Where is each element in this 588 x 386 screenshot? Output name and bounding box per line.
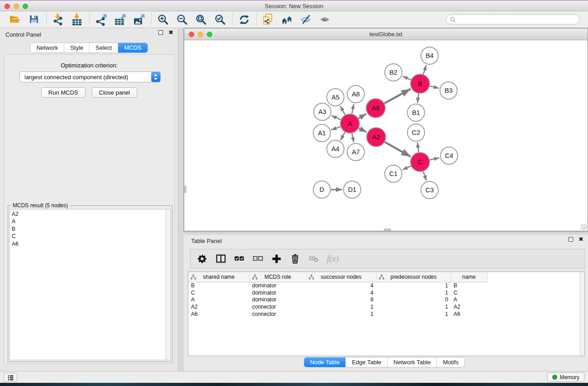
graph-edge-C-C3[interactable] [423,172,426,181]
table-cell[interactable]: A [188,296,249,304]
table-cell[interactable]: dominator [249,289,306,296]
table-cell[interactable]: A2 [188,303,249,310]
graph-edge-A6-B[interactable] [384,89,411,104]
table-cell[interactable]: 0 [376,296,451,304]
column-header-MCDS-role[interactable]: MCDS role [249,272,306,282]
table-cell[interactable]: 1 [376,282,451,289]
graph-node-C2[interactable]: C2 [407,124,425,141]
graph-node-A8[interactable]: A8 [347,86,364,103]
duplicate-network-button[interactable] [262,13,275,26]
graph-node-A6[interactable]: A6 [366,99,385,118]
graph-edge-A-A4[interactable] [340,132,345,140]
table-cell[interactable]: A6 [188,310,249,318]
table-cell[interactable]: 8 [306,296,376,304]
mcds-result-list[interactable]: A2ABCA6 [10,209,166,360]
table-cell[interactable]: 1 [306,310,376,318]
tab-select[interactable]: Select [89,43,118,52]
open-session-button[interactable] [9,13,22,26]
column-header-shared-name[interactable]: shared name [188,272,249,282]
network-horizontal-scroll-thumb[interactable] [384,229,391,231]
graph-node-B4[interactable]: B4 [421,47,438,64]
graph-edge-C-C4[interactable] [430,158,439,160]
graph-node-C[interactable]: C [411,152,430,172]
network-window-titlebar[interactable]: testGlobe.txt [184,29,588,40]
close-panel-button[interactable]: Close panel [92,87,138,98]
toggle-hide-button[interactable] [300,13,313,26]
tab-mcds[interactable]: MCDS [118,43,147,52]
result-list-scrollbar[interactable] [166,209,171,360]
table-cell[interactable]: C [451,289,487,296]
add-column-button[interactable] [271,253,282,264]
select-all-button[interactable] [234,253,245,264]
graph-edge-B-B3[interactable] [430,86,439,88]
table-row[interactable]: A2connector11A2 [188,303,581,310]
import-table-button[interactable] [71,13,84,26]
graph-node-D[interactable]: D [313,181,330,198]
graph-node-A3[interactable]: A3 [314,103,331,120]
graph-edge-A2-C[interactable] [385,142,411,157]
graph-node-A1[interactable]: A1 [313,124,330,142]
graph-node-B3[interactable]: B3 [440,82,457,99]
float-table-panel-icon[interactable] [569,237,573,242]
delete-columns-button[interactable] [290,253,301,264]
graph-edge-C-C1[interactable] [402,166,411,170]
import-network-button[interactable] [52,13,65,26]
delete-table-button[interactable] [308,253,319,264]
close-table-panel-icon[interactable]: ✖ [578,237,583,242]
table-cell[interactable]: C [188,289,249,296]
graph-node-C1[interactable]: C1 [385,165,402,182]
mcds-result-item[interactable]: A [12,218,166,225]
window-resize-grip[interactable] [581,224,587,230]
table-row[interactable]: Adominator80A [188,296,581,304]
column-header-successor-nodes[interactable]: successor nodes [306,272,376,282]
table-cell[interactable]: dominator [249,282,306,289]
table-row[interactable]: Bdominator41B [188,282,581,289]
export-network-button[interactable] [95,13,108,26]
table-cell[interactable]: 1 [306,303,376,310]
table-cell[interactable]: A6 [451,310,487,318]
graph-node-A5[interactable]: A5 [327,89,344,106]
tab-edge-table[interactable]: Edge Table [345,357,387,367]
export-image-button[interactable] [133,13,146,26]
zoom-selected-button[interactable] [214,13,227,26]
mcds-result-item[interactable]: A6 [12,240,166,248]
home-view-button[interactable] [281,13,294,26]
graph-edge-C-C2[interactable] [417,143,419,152]
graph-edge-B-B1[interactable] [417,94,419,103]
network-vertical-scroll-thumb[interactable] [184,186,186,193]
export-table-button[interactable] [114,13,127,26]
graph-node-D1[interactable]: D1 [344,181,361,198]
tab-node-table[interactable]: Node Table [304,357,346,367]
save-session-button[interactable] [28,13,41,26]
column-header-predecessor-nodes[interactable]: predecessor nodes [376,272,451,282]
close-panel-icon[interactable]: ✖ [168,30,173,35]
table-cell[interactable]: B [451,282,487,289]
tab-network-table[interactable]: Network Table [387,357,436,367]
graph-edge-A-A3[interactable] [331,116,341,120]
table-cell[interactable]: A2 [451,303,487,310]
graph-edge-B-B4[interactable] [423,65,426,74]
table-cell[interactable]: 1 [376,310,451,318]
table-cell[interactable]: B [188,282,249,289]
graph-node-C3[interactable]: C3 [421,181,438,199]
mcds-result-item[interactable]: B [12,225,166,233]
table-cell[interactable]: connector [249,303,306,310]
graph-node-A4[interactable]: A4 [327,140,344,157]
table-row[interactable]: A6connector11A6 [188,310,581,318]
graph-node-B1[interactable]: B1 [407,104,425,121]
graph-edge-A-A2[interactable] [359,128,367,132]
graph-edge-A-A7[interactable] [352,133,354,143]
split-panel-button[interactable] [215,253,226,264]
tab-motifs[interactable]: Motifs [436,357,464,367]
graph-node-A2[interactable]: A2 [367,128,386,147]
table-cell[interactable]: 1 [376,289,451,296]
graph-node-B2[interactable]: B2 [385,64,402,81]
table-cell[interactable]: connector [249,310,306,318]
search-input[interactable] [458,16,576,23]
mcds-result-item[interactable]: A2 [12,210,166,218]
deselect-all-button[interactable] [253,253,263,264]
table-options-button[interactable] [197,253,208,264]
zoom-in-button[interactable] [157,13,170,26]
table-cell[interactable]: 1 [376,303,451,310]
toggle-show-button[interactable] [319,13,332,26]
